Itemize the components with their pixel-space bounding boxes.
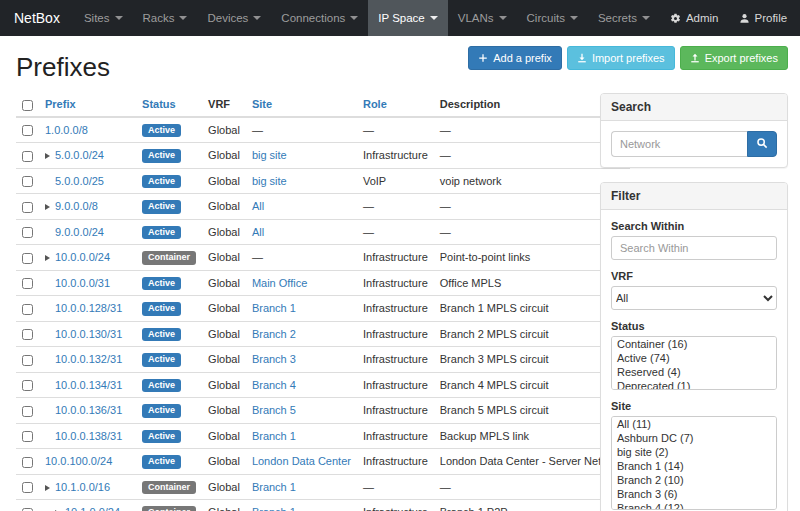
filter-vrf-select[interactable]: All bbox=[611, 286, 777, 310]
column-sort-link[interactable]: Status bbox=[142, 98, 176, 110]
prefix-link[interactable]: 10.0.0.130/31 bbox=[55, 328, 122, 340]
filter-search-within-input[interactable] bbox=[611, 236, 777, 260]
table-row: 10.0.0.128/31ActiveGlobalBranch 1Infrast… bbox=[16, 296, 630, 322]
filter-option[interactable]: Reserved (4) bbox=[612, 365, 776, 379]
row-checkbox[interactable] bbox=[22, 227, 33, 238]
chevron-down-icon bbox=[115, 16, 123, 20]
search-input[interactable] bbox=[611, 131, 747, 157]
description-value: Branch 5 MPLS circuit bbox=[440, 404, 549, 416]
column-sort-link[interactable]: Role bbox=[363, 98, 387, 110]
row-checkbox[interactable] bbox=[22, 151, 33, 162]
nav-item-connections[interactable]: Connections bbox=[271, 0, 368, 36]
prefix-link[interactable]: 10.1.0.0/24 bbox=[65, 506, 120, 511]
prefix-link[interactable]: 10.0.0.0/31 bbox=[55, 277, 110, 289]
site-link[interactable]: All bbox=[252, 200, 264, 212]
status-badge: Active bbox=[142, 124, 181, 138]
filter-option[interactable]: Deprecated (1) bbox=[612, 379, 776, 390]
prefix-link[interactable]: 9.0.0.0/8 bbox=[55, 200, 98, 212]
nav-item-secrets[interactable]: Secrets bbox=[588, 0, 660, 36]
row-checkbox[interactable] bbox=[22, 406, 33, 417]
site-link[interactable]: London Data Center bbox=[252, 455, 351, 467]
import-prefixes-button[interactable]: Import prefixes bbox=[567, 46, 675, 70]
prefix-link[interactable]: 10.0.100.0/24 bbox=[45, 455, 112, 467]
site-link[interactable]: Branch 1 bbox=[252, 430, 296, 442]
row-checkbox[interactable] bbox=[22, 253, 33, 264]
prefix-link[interactable]: 9.0.0.0/24 bbox=[55, 226, 104, 238]
nav-item-vlans[interactable]: VLANs bbox=[448, 0, 517, 36]
nav-item-ip-space[interactable]: IP Space bbox=[368, 0, 447, 36]
prefix-link[interactable]: 5.0.0.0/24 bbox=[55, 149, 104, 161]
role-value: — bbox=[363, 200, 374, 212]
prefix-link[interactable]: 10.0.0.128/31 bbox=[55, 302, 122, 314]
filter-option[interactable]: Container (16) bbox=[612, 337, 776, 351]
column-header-site[interactable]: Site bbox=[246, 93, 357, 117]
row-checkbox[interactable] bbox=[22, 278, 33, 289]
role-value: Infrastructure bbox=[363, 302, 428, 314]
row-checkbox[interactable] bbox=[22, 304, 33, 315]
filter-option[interactable]: big site (2) bbox=[612, 445, 776, 459]
search-panel-title: Search bbox=[601, 94, 787, 121]
row-checkbox[interactable] bbox=[22, 380, 33, 391]
row-checkbox[interactable] bbox=[22, 125, 33, 136]
filter-option[interactable]: Ashburn DC (7) bbox=[612, 431, 776, 445]
site-link[interactable]: Branch 1 bbox=[252, 506, 296, 511]
filter-option[interactable]: Branch 1 (14) bbox=[612, 459, 776, 473]
filter-option[interactable]: Branch 3 (6) bbox=[612, 487, 776, 501]
sidebar: Search Filter Search WithinVRFAllStatusC… bbox=[600, 93, 788, 511]
column-header-prefix[interactable]: Prefix bbox=[39, 93, 136, 117]
column-sort-link[interactable]: Prefix bbox=[45, 98, 76, 110]
site-link[interactable]: Branch 2 bbox=[252, 328, 296, 340]
filter-status-label: Status bbox=[611, 320, 777, 332]
site-link[interactable]: Branch 1 bbox=[252, 302, 296, 314]
row-checkbox[interactable] bbox=[22, 329, 33, 340]
row-checkbox[interactable] bbox=[22, 431, 33, 442]
app-logo[interactable]: NetBox bbox=[0, 0, 74, 36]
column-header-vrf: VRF bbox=[202, 93, 246, 117]
prefix-link[interactable]: 1.0.0.0/8 bbox=[45, 124, 88, 136]
row-checkbox[interactable] bbox=[22, 355, 33, 366]
nav-item-circuits[interactable]: Circuits bbox=[517, 0, 588, 36]
vrf-value: Global bbox=[208, 149, 240, 161]
prefix-link[interactable]: 10.0.0.0/24 bbox=[55, 251, 110, 263]
filter-option[interactable]: Branch 2 (10) bbox=[612, 473, 776, 487]
site-link[interactable]: big site bbox=[252, 175, 287, 187]
search-button[interactable] bbox=[747, 131, 777, 157]
filter-site-listbox[interactable]: All (11)Ashburn DC (7)big site (2)Branch… bbox=[611, 416, 777, 510]
add-prefix-button[interactable]: Add a prefix bbox=[468, 46, 562, 70]
filter-option[interactable]: Branch 4 (12) bbox=[612, 501, 776, 510]
site-link[interactable]: big site bbox=[252, 149, 287, 161]
row-checkbox[interactable] bbox=[22, 482, 33, 493]
site-link[interactable]: Branch 5 bbox=[252, 404, 296, 416]
prefix-link[interactable]: 10.0.0.138/31 bbox=[55, 430, 122, 442]
nav-item-sites[interactable]: Sites bbox=[74, 0, 133, 36]
nav-item-admin[interactable]: Admin bbox=[660, 0, 729, 36]
column-header-status[interactable]: Status bbox=[136, 93, 202, 117]
prefix-link[interactable]: 10.0.0.136/31 bbox=[55, 404, 122, 416]
prefix-link[interactable]: 10.1.0.0/16 bbox=[55, 481, 110, 493]
row-checkbox[interactable] bbox=[22, 457, 33, 468]
filter-option[interactable]: All (11) bbox=[612, 417, 776, 431]
role-value: Infrastructure bbox=[363, 506, 428, 511]
filter-option[interactable]: Active (74) bbox=[612, 351, 776, 365]
row-checkbox[interactable] bbox=[22, 176, 33, 187]
select-all-checkbox[interactable] bbox=[22, 100, 33, 111]
column-header-role[interactable]: Role bbox=[357, 93, 434, 117]
site-link[interactable]: Branch 3 bbox=[252, 353, 296, 365]
nav-item-profile[interactable]: Profile bbox=[729, 0, 798, 36]
prefix-link[interactable]: 10.0.0.134/31 bbox=[55, 379, 122, 391]
site-link[interactable]: Main Office bbox=[252, 277, 307, 289]
site-link[interactable]: Branch 4 bbox=[252, 379, 296, 391]
filter-status-listbox[interactable]: Container (16)Active (74)Reserved (4)Dep… bbox=[611, 336, 777, 390]
export-prefixes-button[interactable]: Export prefixes bbox=[680, 46, 788, 70]
prefix-link[interactable]: 10.0.0.132/31 bbox=[55, 353, 122, 365]
site-link[interactable]: Branch 1 bbox=[252, 481, 296, 493]
role-value: Infrastructure bbox=[363, 251, 428, 263]
nav-item-racks[interactable]: Racks bbox=[133, 0, 198, 36]
row-checkbox[interactable] bbox=[22, 202, 33, 213]
row-checkbox[interactable] bbox=[22, 508, 33, 511]
status-badge: Active bbox=[142, 455, 181, 469]
prefix-link[interactable]: 5.0.0.0/25 bbox=[55, 175, 104, 187]
column-sort-link[interactable]: Site bbox=[252, 98, 272, 110]
site-link[interactable]: All bbox=[252, 226, 264, 238]
nav-item-devices[interactable]: Devices bbox=[197, 0, 271, 36]
